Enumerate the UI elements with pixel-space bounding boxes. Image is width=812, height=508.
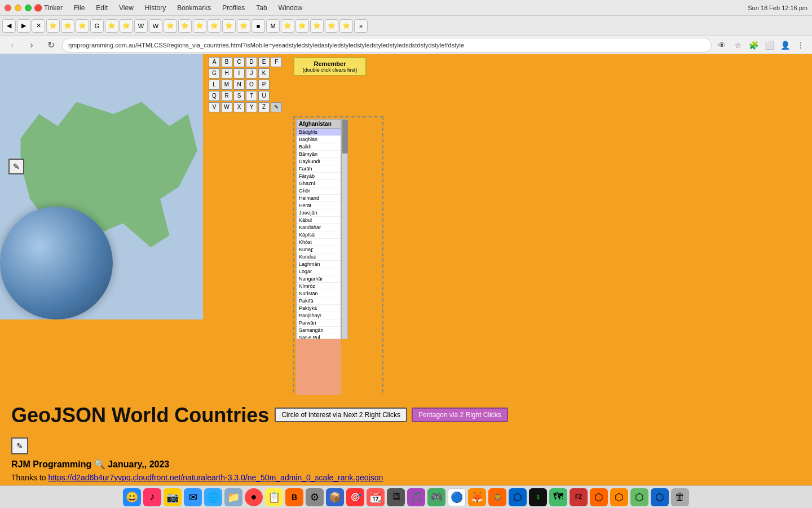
province-item-herat[interactable]: Herāt xyxy=(297,202,341,209)
province-item-kandahar[interactable]: Kandahār xyxy=(297,224,341,231)
dock-icon-target[interactable]: 🎯 xyxy=(346,488,364,506)
alpha-X[interactable]: X xyxy=(233,102,245,112)
alpha-D[interactable]: D xyxy=(246,57,257,67)
countries-scrollbar[interactable] xyxy=(341,119,348,339)
dock-icon-trash[interactable]: 🗑 xyxy=(671,488,689,506)
province-item-kunar[interactable]: Kunaṟ xyxy=(297,246,341,253)
province-item-faryab[interactable]: Fāryāb xyxy=(297,173,341,180)
toolbar-forward[interactable]: ▶ xyxy=(17,19,30,33)
menu-history[interactable]: History xyxy=(143,4,168,12)
province-item-jowzjan[interactable]: Jowzjān xyxy=(297,209,341,217)
toolbar-btn-12[interactable]: ⭐ xyxy=(208,19,221,33)
forward-button[interactable]: › xyxy=(24,38,39,52)
edit-icon-top[interactable]: ✎ xyxy=(8,159,24,174)
dock-icon-brave[interactable]: B xyxy=(285,488,303,506)
province-item-laghman[interactable]: Laghmān xyxy=(297,261,341,268)
alpha-J[interactable]: J xyxy=(246,68,257,78)
province-item-parwan[interactable]: Parwān xyxy=(297,319,341,327)
dock-icon-red[interactable]: ● xyxy=(245,488,263,506)
thanks-link[interactable]: https://d2ad6b4ur7yvpq.cloudfront.net/na… xyxy=(48,473,383,482)
dock-icon-firefox[interactable]: 🦊 xyxy=(468,488,486,506)
dock-icon-music[interactable]: ♪ xyxy=(143,488,161,506)
alpha-C[interactable]: C xyxy=(233,57,245,67)
alpha-I[interactable]: I xyxy=(233,68,245,78)
province-item-kunduz[interactable]: Kunduz xyxy=(297,253,341,261)
dock-icon-files[interactable]: 📁 xyxy=(224,488,242,506)
menu-window[interactable]: Window xyxy=(276,4,305,12)
dock-icon-monitor[interactable]: 🖥 xyxy=(387,488,405,506)
toolbar-btn-15[interactable]: ■ xyxy=(251,19,265,33)
alpha-G[interactable]: G xyxy=(209,68,220,78)
alpha-Z[interactable]: Z xyxy=(258,102,270,112)
reader-mode-icon[interactable]: 👁 xyxy=(715,38,729,52)
province-item-baghlan[interactable]: Baghlān xyxy=(297,136,341,143)
dock-icon-settings[interactable]: ⚙ xyxy=(306,488,324,506)
menu-view[interactable]: View xyxy=(117,4,136,12)
dock-icon-notes[interactable]: 📋 xyxy=(265,488,283,506)
toolbar-expand[interactable]: » xyxy=(354,19,368,33)
dock-icon-brave2[interactable]: 🦁 xyxy=(488,488,506,506)
alpha-O[interactable]: O xyxy=(246,80,257,90)
dock-icon-filezilla[interactable]: FZ xyxy=(570,488,588,506)
dock-icon-vscode[interactable]: ⬡ xyxy=(509,488,527,506)
province-item-paktia[interactable]: Paktīā xyxy=(297,297,341,305)
dock-icon-virtualbox[interactable]: ⬡ xyxy=(651,488,669,506)
extension-icon[interactable]: 🧩 xyxy=(747,38,760,52)
toolbar-btn-10[interactable]: ⭐ xyxy=(178,19,192,33)
toolbar-btn-19[interactable]: ⭐ xyxy=(310,19,324,33)
province-item-ghor[interactable]: Ghōr xyxy=(297,187,341,195)
province-item-nimroz[interactable]: Nīmrōz xyxy=(297,283,341,290)
alpha-M[interactable]: M xyxy=(221,80,232,90)
dock-icon-terminal[interactable]: $ xyxy=(529,488,547,506)
toolbar-close-tab[interactable]: ✕ xyxy=(32,19,45,33)
alpha-L[interactable]: L xyxy=(209,80,220,90)
province-item-khost[interactable]: Khōst xyxy=(297,239,341,246)
alpha-Y[interactable]: Y xyxy=(246,102,257,112)
alpha-S[interactable]: S xyxy=(233,91,245,101)
dock-icon-maps[interactable]: 🗺 xyxy=(549,488,567,506)
dock-icon-appstore[interactable]: 📦 xyxy=(326,488,344,506)
toolbar-back[interactable]: ◀ xyxy=(2,19,16,33)
menu-edit[interactable]: Edit xyxy=(94,4,110,12)
province-item-kabul[interactable]: Kābul xyxy=(297,217,341,224)
dock-icon-safari[interactable]: 🌐 xyxy=(204,488,222,506)
toolbar-btn-1[interactable]: ⭐ xyxy=(46,19,60,33)
toolbar-btn-2[interactable]: ⭐ xyxy=(61,19,74,33)
alpha-A[interactable]: A xyxy=(209,57,220,67)
countries-list[interactable]: Afghanistan Bādghīs Baghlān Balkh Bāmyān… xyxy=(296,119,341,339)
alpha-W[interactable]: W xyxy=(221,102,232,112)
province-item-balkh[interactable]: Balkh xyxy=(297,143,341,151)
menu-tinker[interactable]: 🔴 Tinker xyxy=(32,4,65,12)
province-item-nuristan[interactable]: Nūristān xyxy=(297,290,341,297)
alpha-U[interactable]: U xyxy=(258,91,270,101)
alpha-B[interactable]: B xyxy=(221,57,232,67)
alpha-F[interactable]: F xyxy=(271,57,282,67)
alpha-T[interactable]: T xyxy=(246,91,257,101)
toolbar-btn-3[interactable]: ⭐ xyxy=(76,19,89,33)
maximize-button[interactable] xyxy=(25,5,32,11)
back-button[interactable]: ‹ xyxy=(5,38,20,52)
province-item-sarepul[interactable]: Sar-e Pul xyxy=(297,334,341,339)
refresh-button[interactable]: ↻ xyxy=(43,38,59,52)
dock-icon-sublime[interactable]: ⬡ xyxy=(610,488,628,506)
minimize-button[interactable] xyxy=(15,5,21,11)
toolbar-btn-4[interactable]: G xyxy=(90,19,104,33)
toolbar-btn-14[interactable]: ⭐ xyxy=(237,19,250,33)
menu-dots-icon[interactable]: ⋮ xyxy=(794,38,807,52)
province-item-ghazni[interactable]: Ghazni xyxy=(297,180,341,187)
province-item-kapisa[interactable]: Kāpīsā xyxy=(297,231,341,239)
alpha-H[interactable]: H xyxy=(221,68,232,78)
province-item-farah[interactable]: Farāh xyxy=(297,165,341,173)
province-item-nangarhar[interactable]: Nangarhār xyxy=(297,275,341,283)
alpha-V[interactable]: V xyxy=(209,102,220,112)
toolbar-btn-17[interactable]: ⭐ xyxy=(281,19,294,33)
address-input[interactable] xyxy=(62,38,712,52)
alpha-edit[interactable]: ✎ xyxy=(271,102,282,112)
alpha-K[interactable]: K xyxy=(258,68,270,78)
province-item-helmand[interactable]: Helmand xyxy=(297,195,341,202)
alpha-Q[interactable]: Q xyxy=(209,91,220,101)
toolbar-btn-7[interactable]: W xyxy=(134,19,148,33)
toolbar-btn-18[interactable]: ⭐ xyxy=(295,19,309,33)
toolbar-btn-13[interactable]: ⭐ xyxy=(222,19,236,33)
dock-icon-transmit[interactable]: ⬡ xyxy=(590,488,608,506)
